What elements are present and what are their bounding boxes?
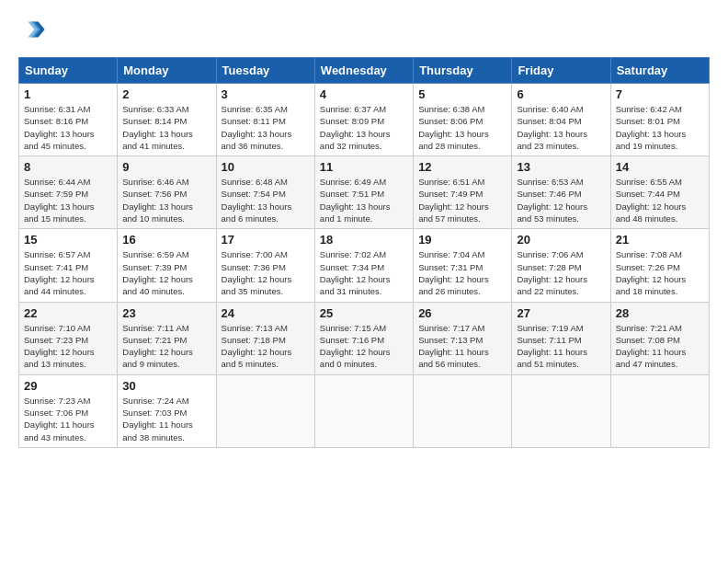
day-header: Wednesday [314, 58, 413, 84]
calendar-cell: 9Sunrise: 6:46 AM Sunset: 7:56 PM Daylig… [118, 156, 216, 229]
calendar-cell [216, 374, 314, 447]
day-detail: Sunrise: 6:48 AM Sunset: 7:54 PM Dayligh… [222, 176, 310, 224]
day-header: Friday [512, 58, 610, 84]
day-detail: Sunrise: 6:33 AM Sunset: 8:14 PM Dayligh… [122, 103, 210, 152]
calendar-header-row: SundayMondayTuesdayWednesdayThursdayFrid… [19, 58, 710, 84]
day-detail: Sunrise: 7:24 AM Sunset: 7:03 PM Dayligh… [122, 395, 210, 443]
calendar-cell: 12Sunrise: 6:51 AM Sunset: 7:49 PM Dayli… [414, 156, 512, 229]
day-header: Thursday [414, 58, 512, 84]
day-number: 23 [122, 306, 210, 320]
day-detail: Sunrise: 6:49 AM Sunset: 7:51 PM Dayligh… [320, 176, 408, 224]
calendar-cell: 20Sunrise: 7:06 AM Sunset: 7:28 PM Dayli… [512, 229, 610, 302]
day-detail: Sunrise: 7:00 AM Sunset: 7:36 PM Dayligh… [222, 248, 310, 297]
day-detail: Sunrise: 7:10 AM Sunset: 7:23 PM Dayligh… [24, 322, 112, 371]
day-number: 4 [320, 87, 408, 101]
day-detail: Sunrise: 6:31 AM Sunset: 8:16 PM Dayligh… [24, 103, 112, 152]
day-detail: Sunrise: 7:19 AM Sunset: 7:11 PM Dayligh… [517, 322, 605, 371]
calendar-cell: 8Sunrise: 6:44 AM Sunset: 7:59 PM Daylig… [19, 156, 118, 229]
calendar-cell: 16Sunrise: 6:59 AM Sunset: 7:39 PM Dayli… [118, 229, 216, 302]
header [18, 17, 710, 46]
calendar-cell: 11Sunrise: 6:49 AM Sunset: 7:51 PM Dayli… [314, 156, 413, 229]
day-detail: Sunrise: 6:40 AM Sunset: 8:04 PM Dayligh… [517, 103, 605, 152]
day-header: Saturday [610, 58, 709, 84]
calendar-cell: 21Sunrise: 7:08 AM Sunset: 7:26 PM Dayli… [610, 229, 709, 302]
calendar-cell: 29Sunrise: 7:23 AM Sunset: 7:06 PM Dayli… [19, 374, 118, 447]
calendar-cell: 22Sunrise: 7:10 AM Sunset: 7:23 PM Dayli… [19, 302, 118, 374]
day-number: 17 [222, 233, 310, 247]
day-detail: Sunrise: 6:38 AM Sunset: 8:06 PM Dayligh… [418, 103, 506, 152]
day-number: 28 [616, 306, 704, 320]
calendar-cell: 14Sunrise: 6:55 AM Sunset: 7:44 PM Dayli… [610, 156, 709, 229]
day-detail: Sunrise: 7:23 AM Sunset: 7:06 PM Dayligh… [24, 395, 112, 443]
day-detail: Sunrise: 7:11 AM Sunset: 7:21 PM Dayligh… [122, 322, 210, 371]
logo [18, 17, 46, 46]
calendar-cell: 25Sunrise: 7:15 AM Sunset: 7:16 PM Dayli… [314, 302, 413, 374]
day-detail: Sunrise: 6:57 AM Sunset: 7:41 PM Dayligh… [24, 248, 112, 297]
calendar-cell: 7Sunrise: 6:42 AM Sunset: 8:01 PM Daylig… [610, 84, 709, 156]
day-number: 22 [24, 306, 112, 320]
calendar-cell: 2Sunrise: 6:33 AM Sunset: 8:14 PM Daylig… [118, 84, 216, 156]
calendar-cell: 30Sunrise: 7:24 AM Sunset: 7:03 PM Dayli… [118, 374, 216, 447]
day-number: 11 [320, 160, 408, 174]
day-number: 21 [616, 233, 704, 247]
day-number: 14 [616, 160, 704, 174]
day-number: 8 [24, 160, 112, 174]
day-detail: Sunrise: 6:35 AM Sunset: 8:11 PM Dayligh… [222, 103, 310, 152]
day-number: 3 [222, 87, 310, 101]
day-detail: Sunrise: 7:13 AM Sunset: 7:18 PM Dayligh… [222, 322, 310, 371]
calendar-week-row: 22Sunrise: 7:10 AM Sunset: 7:23 PM Dayli… [19, 302, 710, 374]
calendar-cell: 10Sunrise: 6:48 AM Sunset: 7:54 PM Dayli… [216, 156, 314, 229]
calendar-cell: 5Sunrise: 6:38 AM Sunset: 8:06 PM Daylig… [414, 84, 512, 156]
calendar-cell: 18Sunrise: 7:02 AM Sunset: 7:34 PM Dayli… [314, 229, 413, 302]
calendar-week-row: 29Sunrise: 7:23 AM Sunset: 7:06 PM Dayli… [19, 374, 710, 447]
calendar-cell: 28Sunrise: 7:21 AM Sunset: 7:08 PM Dayli… [610, 302, 709, 374]
day-detail: Sunrise: 6:55 AM Sunset: 7:44 PM Dayligh… [616, 176, 704, 224]
day-detail: Sunrise: 6:37 AM Sunset: 8:09 PM Dayligh… [320, 103, 408, 152]
calendar-cell: 24Sunrise: 7:13 AM Sunset: 7:18 PM Dayli… [216, 302, 314, 374]
day-detail: Sunrise: 6:42 AM Sunset: 8:01 PM Dayligh… [616, 103, 704, 152]
calendar-week-row: 8Sunrise: 6:44 AM Sunset: 7:59 PM Daylig… [19, 156, 710, 229]
day-number: 10 [222, 160, 310, 174]
calendar-cell [314, 374, 413, 447]
day-number: 5 [418, 87, 506, 101]
calendar-cell [512, 374, 610, 447]
day-detail: Sunrise: 7:21 AM Sunset: 7:08 PM Dayligh… [616, 322, 704, 371]
day-detail: Sunrise: 7:04 AM Sunset: 7:31 PM Dayligh… [418, 248, 506, 297]
calendar-cell: 3Sunrise: 6:35 AM Sunset: 8:11 PM Daylig… [216, 84, 314, 156]
day-detail: Sunrise: 6:44 AM Sunset: 7:59 PM Dayligh… [24, 176, 112, 224]
day-number: 19 [418, 233, 506, 247]
day-number: 24 [222, 306, 310, 320]
logo-icon [20, 17, 46, 42]
calendar-cell [610, 374, 709, 447]
day-number: 9 [122, 160, 210, 174]
calendar-cell: 4Sunrise: 6:37 AM Sunset: 8:09 PM Daylig… [314, 84, 413, 156]
calendar-cell: 26Sunrise: 7:17 AM Sunset: 7:13 PM Dayli… [414, 302, 512, 374]
day-number: 7 [616, 87, 704, 101]
day-detail: Sunrise: 7:06 AM Sunset: 7:28 PM Dayligh… [517, 248, 605, 297]
day-number: 2 [122, 87, 210, 101]
day-number: 20 [517, 233, 605, 247]
calendar-week-row: 15Sunrise: 6:57 AM Sunset: 7:41 PM Dayli… [19, 229, 710, 302]
day-number: 12 [418, 160, 506, 174]
day-detail: Sunrise: 7:17 AM Sunset: 7:13 PM Dayligh… [418, 322, 506, 371]
calendar-cell: 19Sunrise: 7:04 AM Sunset: 7:31 PM Dayli… [414, 229, 512, 302]
day-number: 30 [122, 379, 210, 393]
day-header: Monday [118, 58, 216, 84]
day-number: 16 [122, 233, 210, 247]
calendar-cell: 1Sunrise: 6:31 AM Sunset: 8:16 PM Daylig… [19, 84, 118, 156]
day-number: 29 [24, 379, 112, 393]
day-detail: Sunrise: 7:08 AM Sunset: 7:26 PM Dayligh… [616, 248, 704, 297]
calendar-cell: 13Sunrise: 6:53 AM Sunset: 7:46 PM Dayli… [512, 156, 610, 229]
day-number: 18 [320, 233, 408, 247]
day-detail: Sunrise: 6:59 AM Sunset: 7:39 PM Dayligh… [122, 248, 210, 297]
day-number: 25 [320, 306, 408, 320]
calendar-cell: 23Sunrise: 7:11 AM Sunset: 7:21 PM Dayli… [118, 302, 216, 374]
day-detail: Sunrise: 6:51 AM Sunset: 7:49 PM Dayligh… [418, 176, 506, 224]
calendar-cell: 6Sunrise: 6:40 AM Sunset: 8:04 PM Daylig… [512, 84, 610, 156]
day-detail: Sunrise: 6:46 AM Sunset: 7:56 PM Dayligh… [122, 176, 210, 224]
day-header: Tuesday [216, 58, 314, 84]
day-number: 13 [517, 160, 605, 174]
day-detail: Sunrise: 7:15 AM Sunset: 7:16 PM Dayligh… [320, 322, 408, 371]
calendar-cell [414, 374, 512, 447]
calendar-cell: 15Sunrise: 6:57 AM Sunset: 7:41 PM Dayli… [19, 229, 118, 302]
